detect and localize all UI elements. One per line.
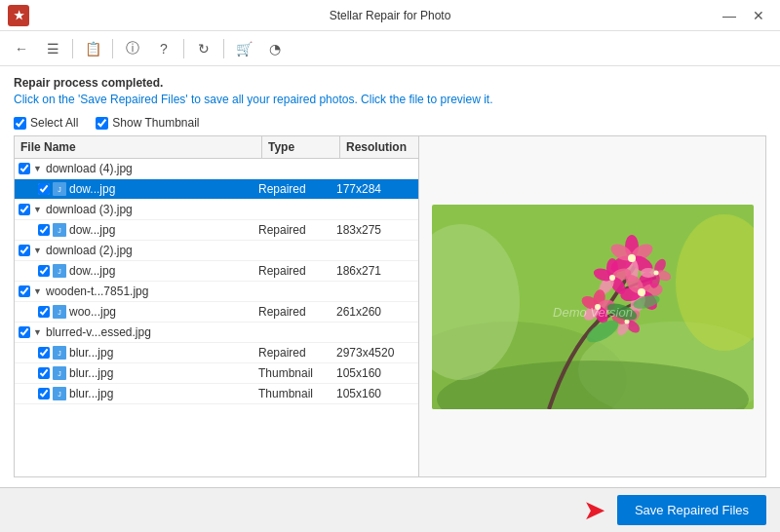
window-controls: — ✕ [716,4,772,27]
preview-image: Demo Version [432,205,754,409]
toolbar-separator-3 [183,39,184,58]
file-icon: J [53,182,66,196]
arrow-icon: ➤ [583,497,605,524]
child-name: J dow...jpg [38,223,258,237]
account-button[interactable]: ◔ [261,35,289,62]
menu-button[interactable]: ☰ [39,35,66,62]
child-filename: blur...jpg [69,387,113,400]
main-panel: File Name Type Resolution ▼ download (4)… [14,135,766,477]
group-checkbox[interactable] [19,163,30,174]
chevron-icon: ▼ [33,246,43,255]
back-button[interactable]: ← [8,35,35,62]
child-name: J blur...jpg [38,346,258,360]
group-checkbox[interactable] [19,285,30,297]
group-checkbox[interactable] [19,245,30,256]
group-label: wooden-t...7851.jpg [46,285,148,298]
child-checkbox[interactable] [38,306,50,318]
select-all-label[interactable]: Select All [14,116,78,130]
svg-point-18 [609,275,615,281]
status-info: Click on the 'Save Repaired Files' to sa… [14,93,766,106]
table-row[interactable]: J dow...jpg Repaired 177x284 [15,179,418,200]
child-filename: woo...jpg [69,305,116,319]
child-checkbox[interactable] [38,265,50,277]
show-thumbnail-label[interactable]: Show Thumbnail [96,116,199,130]
group-label: blurred-v...essed.jpg [46,325,151,339]
clipboard-button[interactable]: 📋 [79,35,106,62]
child-resolution: 177x284 [336,182,414,196]
toolbar-separator-2 [112,39,113,58]
options-bar: Select All Show Thumbnail [14,116,766,130]
table-row[interactable]: J woo...jpg Repaired 261x260 [15,302,418,323]
file-icon: J [53,366,66,380]
app-icon: ★ [8,5,29,26]
show-thumbnail-text: Show Thumbnail [112,116,199,130]
preview-pane: Demo Version [419,136,765,476]
child-filename: dow...jpg [69,182,115,196]
child-filename: blur...jpg [69,366,113,380]
close-button[interactable]: ✕ [745,4,772,27]
table-row[interactable]: J blur...jpg Thumbnail 105x160 [15,384,418,404]
group-name: ▼ download (3).jpg [19,203,258,216]
table-row[interactable]: J blur...jpg Repaired 2973x4520 [15,343,418,363]
table-row[interactable]: J blur...jpg Thumbnail 105x160 [15,363,418,384]
tree-body: ▼ download (4).jpg J dow...jpg Repaired … [15,159,418,404]
table-row[interactable]: J dow...jpg Repaired 186x271 [15,261,418,282]
child-filename: dow...jpg [69,223,115,237]
chevron-icon: ▼ [33,164,43,173]
child-name: J dow...jpg [38,264,258,278]
group-checkbox[interactable] [19,326,30,338]
save-repaired-files-button[interactable]: Save Repaired Files [617,495,766,525]
select-all-checkbox[interactable] [14,117,26,130]
svg-point-12 [628,254,636,262]
file-icon: J [53,346,66,360]
info-button[interactable]: ⓘ [119,35,146,62]
child-resolution: 186x271 [336,264,414,278]
minimize-button[interactable]: — [716,4,743,27]
group-label: download (2).jpg [46,244,133,257]
child-resolution: 105x160 [336,366,414,380]
file-icon: J [53,264,66,278]
svg-point-25 [638,288,645,296]
cart-button[interactable]: 🛒 [230,35,257,62]
help-button[interactable]: ? [150,35,177,62]
child-checkbox[interactable] [38,367,50,379]
child-checkbox[interactable] [38,388,50,399]
bottom-bar: ➤ Save Repaired Files [0,487,780,532]
chevron-icon: ▼ [33,327,43,337]
app-title: Stellar Repair for Photo [330,9,451,22]
title-bar-left: ★ [8,5,29,26]
group-row[interactable]: ▼ download (2).jpg [15,241,418,261]
group-name: ▼ download (2).jpg [19,244,258,257]
child-resolution: 105x160 [336,387,414,400]
file-icon: J [53,305,66,319]
svg-point-36 [653,270,658,275]
child-name: J woo...jpg [38,305,258,319]
toolbar: ← ☰ 📋 ⓘ ? ↻ 🛒 ◔ [0,31,780,66]
child-type: Repaired [258,305,336,319]
group-row[interactable]: ▼ wooden-t...7851.jpg [15,282,418,302]
group-row[interactable]: ▼ blurred-v...essed.jpg [15,323,418,343]
content-area: Repair process completed. Click on the '… [0,66,780,487]
file-icon: J [53,223,66,237]
group-name: ▼ download (4).jpg [19,162,258,175]
child-type: Repaired [258,223,336,237]
child-name: J dow...jpg [38,182,258,196]
refresh-button[interactable]: ↻ [190,35,217,62]
child-checkbox[interactable] [38,183,50,195]
group-row[interactable]: ▼ download (3).jpg [15,200,418,220]
child-resolution: 2973x4520 [336,346,414,360]
table-row[interactable]: J dow...jpg Repaired 183x275 [15,220,418,241]
child-resolution: 183x275 [336,223,414,237]
group-checkbox[interactable] [19,204,30,215]
child-checkbox[interactable] [38,347,50,359]
status-bold: Repair process completed. [14,76,766,90]
header-resolution: Resolution [340,136,418,158]
group-label: download (4).jpg [46,162,133,175]
child-resolution: 261x260 [336,305,414,319]
child-checkbox[interactable] [38,224,50,236]
toolbar-separator-4 [223,39,224,58]
table-header: File Name Type Resolution [15,136,418,159]
group-row[interactable]: ▼ download (4).jpg [15,159,418,179]
header-filename: File Name [15,136,262,158]
show-thumbnail-checkbox[interactable] [96,117,108,130]
